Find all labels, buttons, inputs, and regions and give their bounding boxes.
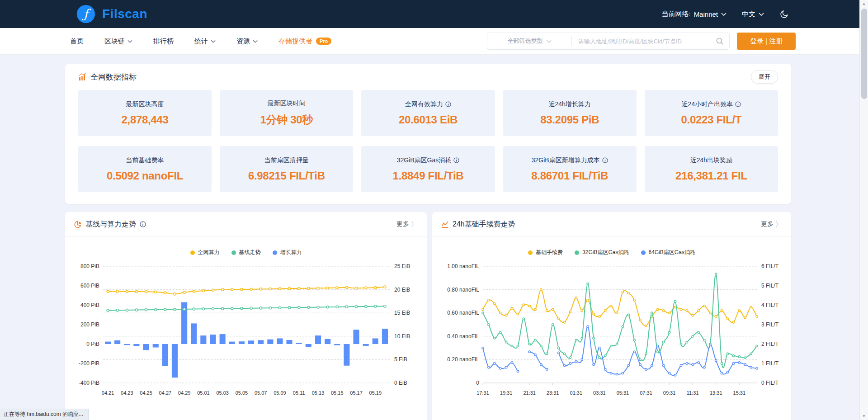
browser-scrollbar: ▲ ▼: [859, 0, 868, 420]
chevron-right-icon: 〉: [775, 220, 782, 229]
svg-text:07:31: 07:31: [640, 390, 652, 396]
network-label: 当前网络:: [661, 10, 690, 19]
stat-label: 全网有效算力: [405, 100, 451, 109]
search-area: 全部筛选类型 登录 | 注册: [487, 33, 796, 50]
scroll-up-button[interactable]: ▲: [860, 0, 868, 8]
dark-mode-moon-icon[interactable]: [779, 9, 789, 19]
stat-label: 近24h出块奖励: [690, 156, 732, 165]
svg-text:6 FIL/T: 6 FIL/T: [761, 263, 779, 269]
legend-dot: [528, 250, 533, 255]
svg-text:05.11: 05.11: [293, 390, 305, 396]
info-icon: [445, 101, 451, 107]
svg-text:15:31: 15:31: [733, 390, 746, 396]
info-icon: [453, 157, 459, 163]
stat-value: 2,878,443: [122, 113, 169, 126]
stat-value: 1分钟 30秒: [260, 113, 313, 127]
info-icon[interactable]: [140, 221, 146, 227]
more-link[interactable]: 更多〉: [761, 220, 782, 229]
main-menu: 首页区块链排行榜统计资源存储提供者Pro: [70, 37, 331, 46]
svg-text:23:31: 23:31: [547, 390, 559, 396]
legend-item[interactable]: 32GiB扇区Gas消耗: [575, 249, 629, 256]
line-chart-icon: [441, 221, 449, 228]
svg-text:03:31: 03:31: [593, 390, 606, 396]
svg-text:05.15: 05.15: [331, 390, 344, 396]
chevron-down-icon: [127, 40, 132, 43]
chevron-down-icon: [759, 13, 764, 16]
stat-label: 最新区块高度: [126, 100, 164, 109]
svg-text:15 EiB: 15 EiB: [394, 310, 410, 316]
svg-text:05:31: 05:31: [617, 390, 629, 396]
nav-item-blockchain[interactable]: 区块链: [104, 37, 132, 46]
svg-text:05.05: 05.05: [236, 390, 248, 396]
stat-value: 8.86701 FIL/TiB: [531, 170, 608, 182]
baseline-power-chart[interactable]: 25 EiB20 EiB15 EiB10 EiB5 EiB0 EiB800 Pi…: [74, 259, 418, 401]
svg-text:10 EiB: 10 EiB: [394, 333, 410, 340]
svg-text:04.23: 04.23: [121, 390, 133, 396]
svg-text:04.25: 04.25: [140, 390, 152, 396]
scroll-down-button[interactable]: ▼: [860, 412, 868, 420]
network-selector[interactable]: 当前网络: Mainnet: [661, 10, 726, 19]
legend-item[interactable]: 基础手续费: [528, 249, 563, 256]
nav-item-home[interactable]: 首页: [70, 37, 84, 46]
svg-text:20 EiB: 20 EiB: [394, 287, 410, 293]
chart-title: 24h基础手续费走势: [441, 220, 515, 229]
svg-text:25 EiB: 25 EiB: [394, 263, 410, 269]
legend-dot: [231, 250, 236, 255]
svg-text:04.29: 04.29: [178, 390, 191, 396]
search-filter-select[interactable]: 全部筛选类型: [487, 37, 571, 45]
stat-card: 当前扇区质押量6.98215 FIL/TiB: [220, 146, 353, 192]
search-icon[interactable]: [716, 37, 724, 45]
search-input[interactable]: [572, 38, 716, 45]
expand-button[interactable]: 展开: [751, 70, 778, 84]
charts-row: 基线与算力走势 更多〉 全网算力基线走势增长算力 25 EiB20 EiB15 …: [65, 212, 791, 420]
stat-card: 32GiB扇区Gas消耗1.8849 FIL/TiB: [361, 146, 495, 192]
chevron-down-icon: [211, 40, 216, 43]
more-link[interactable]: 更多〉: [396, 220, 418, 229]
nav-item-storage-providers[interactable]: 存储提供者Pro: [278, 37, 331, 46]
svg-text:3 FIL/T: 3 FIL/T: [761, 321, 779, 328]
scrollbar-thumb[interactable]: [861, 9, 867, 99]
stat-card: 全网有效算力20.6013 EiB: [361, 90, 495, 136]
brand-logo[interactable]: ƒ Filscan: [77, 5, 147, 23]
svg-text:400 PiB: 400 PiB: [80, 302, 99, 308]
svg-text:04.21: 04.21: [102, 390, 114, 396]
stat-label: 32GiB扇区Gas消耗: [397, 156, 460, 165]
login-register-button[interactable]: 登录 | 注册: [737, 33, 796, 50]
baseline-power-chart-panel: 基线与算力走势 更多〉 全网算力基线走势增长算力 25 EiB20 EiB15 …: [65, 212, 427, 420]
svg-text:17:31: 17:31: [476, 390, 489, 396]
nav-item-resources[interactable]: 资源: [236, 37, 258, 46]
nav-item-statistics[interactable]: 统计: [194, 37, 216, 46]
svg-text:0.40 nanoFIL: 0.40 nanoFIL: [447, 333, 479, 340]
svg-text:0 FIL/T: 0 FIL/T: [761, 380, 779, 386]
nav-item-ranking[interactable]: 排行榜: [153, 37, 174, 46]
stat-label: 近24h增长算力: [549, 100, 591, 109]
base-fee-chart[interactable]: 1.00 nanoFIL0.80 nanoFIL0.60 nanoFIL0.40…: [441, 259, 782, 401]
search-box: 全部筛选类型: [487, 33, 730, 50]
stat-value: 6.98215 FIL/TiB: [248, 170, 325, 182]
svg-text:1 FIL/T: 1 FIL/T: [761, 360, 779, 367]
pie-chart-icon: [74, 221, 82, 228]
chevron-down-icon: [547, 40, 552, 43]
svg-text:0 PiB: 0 PiB: [86, 341, 99, 347]
language-value: 中文: [742, 10, 755, 19]
pro-badge: Pro: [316, 38, 331, 45]
legend-item[interactable]: 增长算力: [273, 249, 302, 256]
svg-text:05.17: 05.17: [350, 390, 363, 396]
svg-text:5 FIL/T: 5 FIL/T: [761, 283, 779, 289]
chart-header: 24h基础手续费走势 更多〉: [432, 212, 791, 237]
stat-card: 近24小时产出效率0.0223 FIL/T: [645, 90, 778, 136]
info-icon: [735, 101, 741, 107]
chart-header: 基线与算力走势 更多〉: [65, 212, 427, 237]
legend-item[interactable]: 基线走势: [231, 249, 261, 256]
stat-value: 0.5092 nanoFIL: [107, 170, 183, 182]
svg-text:19:31: 19:31: [500, 390, 513, 396]
svg-text:05.07: 05.07: [255, 390, 267, 396]
language-selector[interactable]: 中文: [742, 10, 764, 19]
search-filter-label: 全部筛选类型: [508, 37, 543, 45]
svg-text:1.00 nanoFIL: 1.00 nanoFIL: [447, 263, 479, 269]
chevron-down-icon: [253, 40, 258, 43]
legend-item[interactable]: 全网算力: [190, 249, 220, 256]
menu-bar: 首页区块链排行榜统计资源存储提供者Pro 全部筛选类型 登录 | 注册: [0, 28, 868, 55]
chevron-right-icon: 〉: [411, 220, 418, 229]
legend-item[interactable]: 64GiB扇区Gas消耗: [641, 249, 695, 256]
